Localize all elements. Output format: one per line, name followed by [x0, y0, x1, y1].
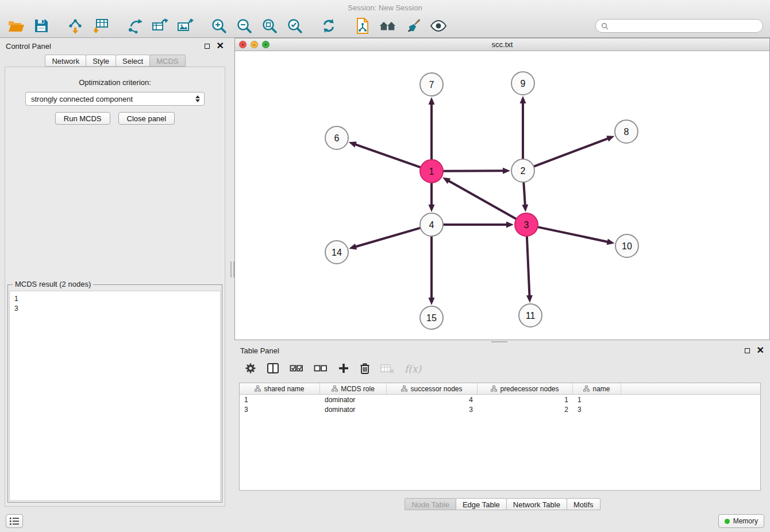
- column-header-mcds-role[interactable]: MCDS role: [320, 383, 387, 394]
- graph-edge-3-11[interactable]: [527, 236, 530, 296]
- table-row[interactable]: 3dominator323: [240, 404, 760, 414]
- table-panel-tabs: Node Table Edge Table Network Table Moti…: [234, 498, 770, 510]
- tab-mcds[interactable]: MCDS: [149, 55, 185, 67]
- tab-network[interactable]: Network: [45, 55, 86, 67]
- column-type-icon: [255, 385, 261, 392]
- graph-edge-4-14[interactable]: [355, 228, 421, 247]
- save-floppy-icon: [34, 18, 49, 33]
- network-window-titlebar[interactable]: × − + scc.txt: [235, 38, 769, 51]
- select-all-columns-button[interactable]: [290, 363, 303, 376]
- create-column-button[interactable]: [338, 363, 349, 376]
- column-header-shared-name[interactable]: shared name: [240, 383, 320, 394]
- zoom-selected-button[interactable]: [286, 17, 304, 35]
- table-row[interactable]: 1dominator411: [240, 395, 760, 404]
- graph-edge-arrow: [503, 168, 510, 174]
- mcds-result-line: 3: [14, 304, 215, 314]
- minimize-window-icon[interactable]: −: [251, 41, 258, 48]
- memory-button[interactable]: Memory: [718, 514, 764, 528]
- copy-view-button[interactable]: [353, 17, 372, 35]
- mcds-panel: Optimization criterion: strongly connect…: [5, 67, 225, 507]
- import-network-icon: [67, 18, 84, 34]
- graph-edge-3-10[interactable]: [538, 227, 609, 242]
- search-input[interactable]: [612, 22, 757, 30]
- criterion-select[interactable]: strongly connected component: [25, 92, 205, 106]
- copy-document-icon: [355, 17, 370, 34]
- import-table-button[interactable]: [91, 17, 110, 35]
- function-builder-button[interactable]: f(x): [405, 363, 421, 375]
- table-panel-header: Table Panel ✕: [234, 342, 770, 358]
- close-window-icon[interactable]: ×: [239, 41, 247, 48]
- home-icon: [379, 18, 397, 33]
- show-columns-button[interactable]: [267, 363, 279, 376]
- refresh-layout-button[interactable]: [319, 17, 338, 35]
- task-history-button[interactable]: [6, 514, 23, 528]
- column-type-icon: [332, 385, 338, 392]
- tab-node-table[interactable]: Node Table: [405, 498, 456, 510]
- close-panel-icon[interactable]: ✕: [217, 41, 224, 51]
- export-image-icon: [176, 18, 194, 34]
- tab-motifs[interactable]: Motifs: [567, 498, 600, 510]
- graph-edge-2-3[interactable]: [523, 182, 525, 206]
- navigator-button[interactable]: [379, 17, 397, 35]
- toggle-view-button[interactable]: [429, 17, 448, 35]
- export-image-button[interactable]: [176, 17, 194, 35]
- optimization-criterion-label: Optimization criterion:: [5, 78, 225, 87]
- graph-node-label: 15: [426, 313, 437, 323]
- mcds-result-groupbox: MCDS result (2 nodes) 13: [7, 284, 222, 503]
- vertical-splitter-handle[interactable]: [230, 261, 234, 277]
- graph-node-label: 6: [334, 133, 340, 143]
- run-mcds-button[interactable]: Run MCDS: [55, 112, 110, 125]
- graph-edge-1-2[interactable]: [443, 171, 504, 171]
- delete-table-button[interactable]: [380, 363, 394, 376]
- zoom-out-button[interactable]: [235, 17, 253, 35]
- unselect-all-columns-button[interactable]: [314, 363, 328, 376]
- tab-edge-table[interactable]: Edge Table: [456, 498, 507, 510]
- open-session-button[interactable]: [7, 17, 25, 35]
- mcds-result-list[interactable]: 13: [9, 291, 221, 501]
- graph-node-label: 4: [429, 220, 434, 230]
- column-label: MCDS role: [341, 385, 375, 393]
- network-graph[interactable]: 7968124314101511: [235, 51, 769, 340]
- toolbar-group-zoom: [210, 17, 304, 35]
- status-bar: Memory: [0, 510, 770, 532]
- column-label: shared name: [264, 385, 304, 393]
- select-stepper-icon: [195, 95, 201, 102]
- column-type-icon: [491, 385, 497, 392]
- tab-select[interactable]: Select: [116, 55, 150, 67]
- search-field[interactable]: [595, 19, 763, 33]
- close-table-panel-icon[interactable]: ✕: [757, 346, 764, 355]
- mcds-result-line: 1: [14, 294, 215, 304]
- graph-edge-2-8[interactable]: [534, 138, 609, 167]
- graph-edge-arrow: [522, 205, 528, 212]
- export-table-button[interactable]: [151, 17, 169, 35]
- graph-edge-1-6[interactable]: [355, 144, 421, 167]
- column-header-name[interactable]: name: [573, 383, 621, 394]
- float-panel-icon[interactable]: [205, 44, 210, 49]
- table-cell: 3: [387, 406, 478, 414]
- zoom-in-button[interactable]: [210, 17, 228, 35]
- column-header-successor-nodes[interactable]: successor nodes: [387, 383, 478, 394]
- delete-column-button[interactable]: [360, 363, 370, 376]
- graph-node-label: 1: [429, 167, 434, 176]
- export-table-icon: [151, 18, 168, 34]
- table-cell: 2: [478, 406, 573, 414]
- toolbar-group-file: [7, 17, 51, 35]
- column-header-predecessor-nodes[interactable]: predecessor nodes: [478, 383, 573, 394]
- tab-style[interactable]: Style: [86, 55, 116, 67]
- import-network-button[interactable]: [66, 17, 84, 35]
- maximize-window-icon[interactable]: +: [262, 41, 270, 48]
- tab-network-table[interactable]: Network Table: [506, 498, 567, 510]
- close-panel-button[interactable]: Close panel: [118, 112, 175, 125]
- title-bar[interactable]: Session: New Session: [0, 0, 770, 15]
- graph-node-label: 14: [332, 248, 342, 257]
- zoom-fit-button[interactable]: [260, 17, 279, 35]
- table-settings-button[interactable]: [245, 363, 256, 376]
- save-session-button[interactable]: [32, 17, 51, 35]
- export-network-button[interactable]: [125, 17, 144, 35]
- graph-edge-3-1[interactable]: [448, 180, 517, 219]
- application-window: Session: New Session: [0, 0, 770, 532]
- float-table-panel-icon[interactable]: [745, 348, 750, 353]
- column-type-icon: [583, 385, 590, 392]
- table-cell: 1: [573, 396, 621, 404]
- style-button[interactable]: [404, 17, 422, 35]
